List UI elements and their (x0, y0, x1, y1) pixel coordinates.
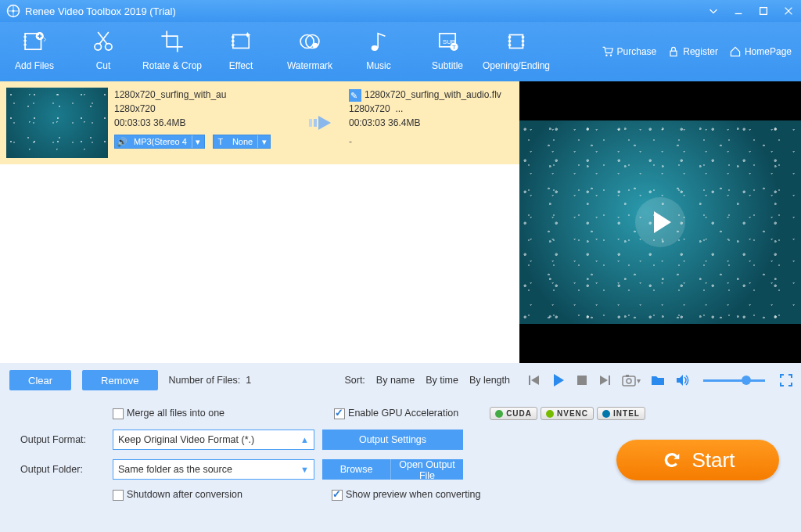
svg-point-15 (95, 44, 102, 51)
svg-rect-32 (508, 36, 511, 38)
svg-rect-41 (309, 119, 312, 127)
svg-point-25 (312, 43, 318, 49)
purchase-label: Purchase (617, 46, 657, 57)
svg-rect-9 (23, 36, 26, 38)
input-resolution: 1280x720 (114, 102, 297, 116)
svg-rect-5 (760, 8, 767, 15)
snapshot-button[interactable]: ▾ (621, 373, 641, 387)
svg-point-38 (605, 55, 607, 56)
open-output-button[interactable]: Open Output File (391, 459, 463, 480)
file-list: 1280x720_surfing_with_au 1280x720 00:03:… (0, 81, 519, 363)
svg-rect-31 (510, 35, 523, 49)
watermark-icon (296, 28, 323, 55)
output-settings-button[interactable]: Output Settings (322, 430, 463, 450)
start-button[interactable]: Start (616, 440, 779, 480)
svg-point-16 (106, 44, 113, 51)
cart-icon (602, 45, 614, 58)
svg-rect-19 (233, 35, 249, 49)
dropdown-icon[interactable] (701, 0, 726, 22)
sort-by-name[interactable]: By name (376, 375, 415, 386)
output-resolution: 1280x720 (349, 103, 390, 114)
cut-button[interactable]: Cut (69, 22, 138, 71)
output-duration: 00:03:03 (349, 117, 386, 128)
video-preview[interactable] (519, 81, 801, 363)
output-format-combo[interactable]: Keep Original Video Format (*.)▲ (113, 430, 314, 450)
music-label: Music (344, 60, 413, 71)
stop-button[interactable] (576, 374, 588, 386)
effect-button[interactable]: Effect (207, 22, 275, 71)
input-duration: 00:03:03 (114, 117, 151, 128)
svg-rect-45 (609, 376, 610, 385)
conversion-arrow-icon (304, 88, 343, 158)
shutdown-checkbox[interactable]: Shutdown after conversion (113, 489, 242, 501)
browse-button[interactable]: Browse (322, 459, 391, 480)
music-button[interactable]: Music (344, 22, 413, 71)
scissors-icon (90, 28, 117, 55)
rotate-crop-button[interactable]: Rotate & Crop (138, 22, 207, 71)
gpu-checkbox[interactable]: Enable GPU Acceleration (334, 408, 458, 419)
svg-rect-40 (670, 51, 677, 56)
intel-badge: INTEL (597, 407, 645, 420)
effect-icon (228, 28, 254, 55)
subtitle-button[interactable]: SUBT Subtitle (413, 22, 482, 71)
output-filename: 1280x720_surfing_with_audio.flv (365, 89, 501, 100)
subtitle-label: Subtitle (413, 60, 482, 71)
minimize-button[interactable] (726, 0, 751, 22)
svg-text:T: T (452, 44, 456, 51)
output-settings-panel: Merge all files into one Enable GPU Acce… (0, 397, 801, 532)
svg-point-39 (609, 55, 611, 56)
svg-rect-36 (522, 40, 524, 42)
svg-rect-44 (577, 376, 587, 385)
svg-rect-10 (23, 40, 26, 41)
output-size: 36.4MB (388, 117, 420, 128)
close-button[interactable] (776, 0, 801, 22)
open-folder-button[interactable] (650, 373, 666, 387)
watermark-button[interactable]: Watermark (275, 22, 344, 71)
clear-button[interactable]: Clear (9, 370, 71, 390)
cuda-badge: CUDA (490, 407, 537, 420)
remove-button[interactable]: Remove (82, 370, 157, 390)
window-title: Renee Video Toolbox 2019 (Trial) (25, 5, 176, 17)
opening-ending-button[interactable]: Opening/Ending (482, 22, 551, 71)
play-overlay-icon[interactable] (635, 197, 685, 247)
subtitle-chip[interactable]: TNone▾ (213, 135, 271, 149)
music-icon (365, 28, 392, 55)
fullscreen-button[interactable] (779, 373, 793, 387)
output-format-label: Output Format: (14, 434, 105, 445)
svg-rect-22 (232, 44, 234, 46)
files-count: 1 (246, 375, 251, 386)
svg-rect-42 (314, 119, 317, 127)
svg-rect-21 (232, 40, 234, 42)
output-folder-combo[interactable]: Same folder as the source▼ (113, 459, 314, 480)
prev-button[interactable] (527, 373, 541, 387)
video-thumbnail (6, 88, 108, 158)
svg-rect-11 (23, 44, 26, 45)
svg-rect-37 (522, 44, 524, 46)
register-button[interactable]: Register (667, 45, 718, 58)
film-icon (503, 28, 530, 55)
merge-checkbox[interactable]: Merge all files into one (113, 408, 224, 419)
input-size: 36.4MB (153, 117, 185, 128)
volume-icon[interactable] (675, 373, 689, 387)
svg-point-47 (627, 379, 631, 383)
input-filename: 1280x720_surfing_with_au (114, 88, 297, 102)
edit-output-icon[interactable] (349, 89, 361, 102)
audio-format-chip[interactable]: 🔊MP3(Stereo 4▾ (114, 135, 205, 149)
homepage-button[interactable]: HomePage (729, 45, 792, 58)
play-button[interactable] (551, 372, 566, 388)
sort-by-time[interactable]: By time (426, 375, 458, 386)
sort-by-length[interactable]: By length (469, 375, 510, 386)
refresh-icon (661, 449, 683, 471)
output-file-info: 1280x720_surfing_with_audio.flv 1280x720… (349, 88, 513, 158)
svg-rect-43 (529, 376, 530, 385)
svg-rect-46 (623, 376, 635, 386)
svg-rect-20 (232, 36, 234, 38)
add-files-button[interactable]: Add Files (0, 22, 69, 71)
next-button[interactable] (598, 373, 612, 387)
svg-rect-34 (508, 44, 511, 46)
maximize-button[interactable] (751, 0, 776, 22)
purchase-button[interactable]: Purchase (602, 45, 657, 58)
show-preview-checkbox[interactable]: Show preview when converting (332, 489, 480, 501)
volume-slider[interactable] (703, 379, 765, 382)
file-row[interactable]: 1280x720_surfing_with_au 1280x720 00:03:… (0, 81, 519, 164)
